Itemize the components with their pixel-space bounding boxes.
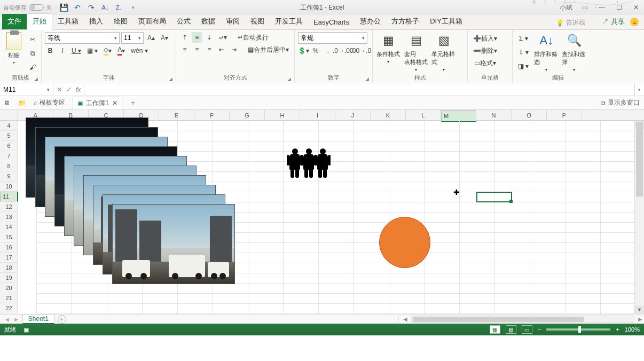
number-format-select[interactable]: 常规▾ [298,32,367,44]
border-button[interactable]: ▦ ▾ [85,45,100,56]
find-select-button[interactable]: 🔍查找和选择▾ [562,32,586,72]
worksheet-grid[interactable]: A B C D E F G H I J K L M N O P 45678910… [0,110,644,314]
decrease-indent-icon[interactable]: ⇤ [216,44,227,55]
italic-button[interactable]: I [57,45,68,56]
percent-icon[interactable]: % [310,45,321,56]
align-bottom-icon[interactable]: ⇣ [204,32,215,43]
view-pagebreak-icon[interactable]: ▭ [522,325,532,334]
tab-easycharts[interactable]: EasyCharts [308,15,355,29]
fx-icon[interactable]: fx [76,86,81,93]
templates-button[interactable]: ⌂ 模板专区 [34,98,65,107]
view-normal-icon[interactable]: ▦ [490,325,500,334]
row-header[interactable]: 4 [0,121,18,131]
tab-pagelayout[interactable]: 页面布局 [133,14,171,29]
vertical-scrollbar[interactable]: ▲ ▼ [634,121,644,314]
row-header[interactable]: 8 [0,161,18,171]
row-header[interactable]: 19 [0,273,18,283]
row-header[interactable]: 16 [0,242,18,253]
col-header[interactable]: H [265,110,300,120]
launcher-icon[interactable]: ◢ [287,76,291,82]
sort-asc-icon[interactable]: A↓ [101,3,109,12]
launcher-icon[interactable]: ◢ [34,76,38,82]
open-folder-icon[interactable]: 📁 [18,99,26,107]
hscroll-right-icon[interactable]: ► [637,316,644,323]
zoom-level[interactable]: 100% [625,326,640,333]
share-button[interactable]: ↗ 共享 [602,17,625,27]
tab-toolbox[interactable]: 工具箱 [52,14,84,29]
row-header[interactable]: 22 [0,303,18,313]
sheet-nav-next-icon[interactable]: ► [13,316,19,323]
tell-me[interactable]: 💡告诉我 [556,18,585,27]
close-icon[interactable]: ✕ [631,4,641,11]
row-header[interactable]: 18 [0,263,18,273]
tab-diy[interactable]: DIY工具箱 [425,14,468,29]
formula-input[interactable] [84,83,634,96]
horizontal-scrollbar[interactable] [411,316,634,323]
format-cell-button[interactable]: ▭ 格式 ▾ [471,58,499,68]
row-header[interactable]: 14 [0,222,18,232]
insert-cell-button[interactable]: ➕ 插入 ▾ [471,33,499,44]
font-name-select[interactable]: 等线▾ [45,32,120,44]
row-header[interactable]: 17 [0,253,18,263]
delete-cell-button[interactable]: ➖ 删除 ▾ [471,45,499,56]
col-header[interactable]: E [159,110,194,120]
qat-more-icon[interactable]: ▾ [129,3,137,12]
conditional-format-button[interactable]: ▦条件格式▾ [376,32,400,64]
align-right-icon[interactable]: ≡ [204,44,215,55]
cell-styles-button[interactable]: ▧单元格样式▾ [431,32,456,72]
tab-huibangong[interactable]: 慧办公 [355,14,386,29]
autosum-icon[interactable]: Σ ▾ [516,33,531,44]
format-painter-icon[interactable]: 🖌 [27,62,38,73]
autosave-toggle[interactable]: 自动保存 关 [3,4,52,12]
col-header[interactable]: I [300,110,335,120]
col-header[interactable]: J [335,110,371,120]
tab-developer[interactable]: 开发工具 [270,14,308,29]
align-left-icon[interactable]: ≡ [179,44,190,55]
add-workbook-icon[interactable]: ＋ [130,98,136,107]
oval-shape[interactable] [379,217,430,268]
fill-color-button[interactable]: ◇ ▾ [101,45,114,56]
row-header[interactable]: 21 [0,293,18,303]
row-header[interactable]: 7 [0,151,18,161]
table-format-button[interactable]: ▤套用 表格格式▾ [404,32,428,72]
scroll-thumb[interactable] [636,122,643,197]
paste-button[interactable]: 粘贴 ▾ [3,32,24,65]
close-tab-icon[interactable]: ✕ [112,99,117,107]
view-pagelayout-icon[interactable]: ▤ [506,325,516,334]
macro-record-icon[interactable]: ▣ [23,326,29,333]
new-sheet-icon[interactable]: ＋ [58,315,66,324]
merge-center-button[interactable]: ▦ 合并后居中 ▾ [246,44,291,55]
bold-button[interactable]: B [45,45,56,56]
multi-window-button[interactable]: ⧉ 显示多窗口 [601,98,640,107]
decrease-decimal-icon[interactable]: .00→.0 [353,45,369,56]
row-header[interactable]: 11 [0,192,18,202]
ribbon-display-icon[interactable]: ▭ [580,4,590,11]
decrease-font-icon[interactable]: A▾ [159,33,170,43]
col-header[interactable]: N [476,110,512,120]
col-header[interactable]: P [547,110,582,120]
tab-file[interactable]: 文件 [2,14,27,29]
phonetic-button[interactable]: wén ▾ [129,45,150,56]
wrap-text-button[interactable]: ↵ 自动换行 [235,32,271,43]
col-header[interactable]: O [512,110,547,120]
expand-formula-icon[interactable]: ▾ [634,83,644,96]
row-header[interactable]: 10 [0,182,18,192]
select-all-corner[interactable] [0,110,18,120]
tab-view[interactable]: 视图 [245,14,270,29]
tab-home[interactable]: 开始 [27,13,52,30]
scroll-down-icon[interactable]: ▼ [635,305,644,314]
col-header[interactable]: F [194,110,230,120]
increase-indent-icon[interactable]: ⇥ [229,44,239,55]
tab-draw[interactable]: 绘图 [108,14,133,29]
font-size-select[interactable]: 11▾ [121,32,144,44]
zoom-out-icon[interactable]: − [538,326,541,333]
row-header[interactable]: 20 [0,283,18,293]
row-header[interactable]: 13 [0,212,18,222]
name-box[interactable]: M11▾ [0,83,53,96]
confirm-edit-icon[interactable]: ✓ [66,86,72,93]
maximize-icon[interactable]: ☐ [614,4,624,11]
sort-filter-button[interactable]: A↓排序和筛选▾ [534,32,559,72]
new-doc-icon[interactable]: 🗎 [4,99,11,107]
minimize-icon[interactable]: — [597,4,607,11]
cut-icon[interactable]: ✂ [27,34,38,45]
